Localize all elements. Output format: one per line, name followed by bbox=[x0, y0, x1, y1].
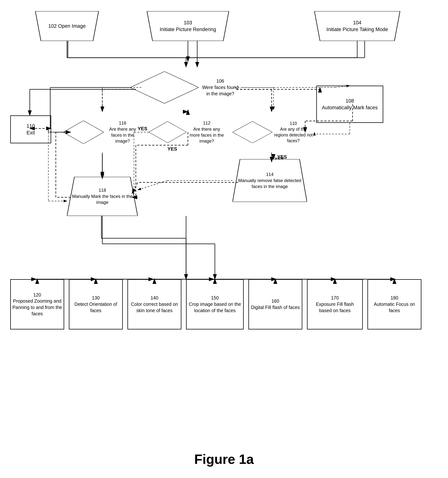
node-110-exit: 110Exit bbox=[10, 115, 51, 143]
yes-label-112: YES bbox=[168, 146, 177, 152]
svg-marker-52 bbox=[63, 121, 104, 144]
node-103: 103Initiate Picture Rendering bbox=[141, 11, 234, 41]
node-110-detected: 110Are any of the regions detected not f… bbox=[233, 110, 314, 155]
node-104-label: 104Initiate Picture Taking Mode bbox=[325, 18, 389, 34]
node-130-label: 130Detect Orientation of faces bbox=[69, 293, 122, 315]
node-103-label: 103Initiate Picture Rendering bbox=[158, 18, 218, 34]
svg-line-84 bbox=[138, 181, 168, 190]
node-150-label: 150Crop image based on the location of t… bbox=[187, 293, 243, 315]
node-140-label: 140Color correct based on skin tone of f… bbox=[128, 293, 181, 315]
node-108-label: 108Automatically Mark faces bbox=[320, 96, 379, 113]
node-102-label: 102 Open Image bbox=[47, 21, 87, 31]
svg-marker-51 bbox=[130, 71, 199, 103]
node-130: 130Detect Orientation of faces bbox=[69, 279, 123, 329]
node-112: 112Are there any more faces in the image… bbox=[149, 110, 227, 155]
node-170-label: 170Exposure Fill flash based on faces bbox=[308, 293, 362, 315]
node-112-label: 112Are there any more faces in the image… bbox=[187, 119, 227, 146]
svg-marker-53 bbox=[149, 121, 187, 143]
node-106: 106Were faces found in the image? bbox=[130, 61, 242, 113]
node-118-label: 118Manually Mark the faces in the image bbox=[67, 186, 138, 207]
node-150: 150Crop image based on the location of t… bbox=[186, 279, 244, 329]
node-116-label: 116Are there any faces in the image? bbox=[104, 119, 141, 146]
node-160-label: 160Digital Fill flash of faces bbox=[249, 296, 301, 312]
node-180-label: 180Automatic Focus on faces bbox=[368, 293, 421, 315]
node-106-label: 106Were faces found in the image? bbox=[199, 76, 242, 98]
node-140: 140Color correct based on skin tone of f… bbox=[127, 279, 181, 329]
node-110-exit-label: 110Exit bbox=[25, 121, 36, 138]
node-120: 120Proposed Zooming and Panning to and f… bbox=[10, 279, 64, 329]
node-160: 160Digital Fill flash of faces bbox=[248, 279, 302, 329]
node-180: 180Automatic Focus on faces bbox=[367, 279, 421, 329]
node-114-label: 114Manually remove false detected faces … bbox=[233, 170, 307, 191]
node-102: 102 Open Image bbox=[32, 11, 102, 41]
svg-marker-54 bbox=[233, 121, 272, 143]
node-104: 104Initiate Picture Taking Mode bbox=[309, 11, 406, 41]
diagram-container: 102 Open Image 103Initiate Picture Rende… bbox=[0, 0, 448, 478]
node-116: 116Are there any faces in the image? bbox=[63, 110, 141, 155]
node-114: 114Manually remove false detected faces … bbox=[233, 159, 307, 202]
node-170: 170Exposure Fill flash based on faces bbox=[307, 279, 363, 329]
node-120-label: 120Proposed Zooming and Panning to and f… bbox=[11, 290, 64, 319]
node-118: 118Manually Mark the faces in the image bbox=[67, 177, 138, 216]
figure-title: Figure 1a bbox=[0, 452, 448, 467]
node-108: 108Automatically Mark faces bbox=[316, 86, 383, 123]
node-110-detected-label: 110Are any of the regions detected not f… bbox=[272, 119, 314, 145]
